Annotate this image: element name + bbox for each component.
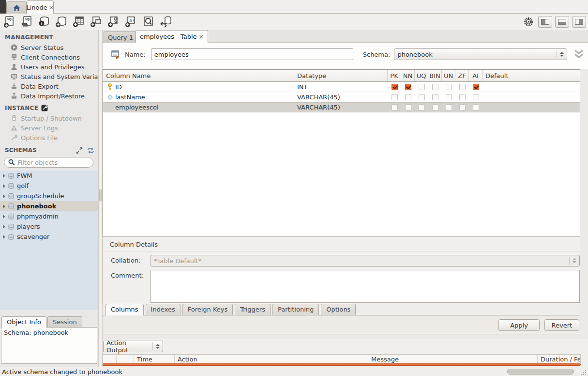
sidebar-item-data-export[interactable]: Data Export: [0, 81, 98, 91]
schema-item-groupschedule[interactable]: groupSchedule: [0, 191, 98, 201]
zf-checkbox[interactable]: [459, 94, 466, 100]
schema-filter-input[interactable]: [17, 159, 85, 166]
expander-icon[interactable]: [3, 225, 5, 229]
nn-checkbox[interactable]: [405, 94, 411, 100]
schema-select[interactable]: phonebook: [394, 48, 567, 60]
resize-grip[interactable]: [581, 370, 587, 376]
sidebar-item-server-status[interactable]: Server Status: [0, 43, 98, 52]
zf-checkbox[interactable]: [459, 104, 466, 110]
collapse-header-chevrons-icon[interactable]: [573, 49, 585, 59]
schema-item-golf[interactable]: golf: [0, 181, 98, 191]
sidebar-item-server-logs[interactable]: Server Logs: [0, 123, 98, 133]
col-header-uq[interactable]: UQ: [415, 70, 428, 81]
output-col-message[interactable]: Message: [368, 355, 538, 363]
output-col-status[interactable]: [103, 355, 117, 363]
pk-checkbox[interactable]: [392, 94, 398, 100]
output-horizontal-scrollbar[interactable]: [103, 363, 581, 366]
toggle-left-sidebar-button[interactable]: [538, 16, 552, 28]
column-row-lastname[interactable]: lastName VARCHAR(45): [103, 92, 580, 102]
tab-columns[interactable]: Columns: [106, 304, 144, 315]
sidebar-item-options-file[interactable]: Options File: [0, 133, 98, 142]
tab-triggers[interactable]: Triggers: [235, 304, 271, 315]
open-sql-script-icon[interactable]: SQL: [20, 15, 33, 29]
connection-tab-close-icon[interactable]: ×: [49, 4, 54, 11]
expander-icon[interactable]: [3, 184, 5, 188]
ai-checkbox[interactable]: [473, 94, 479, 100]
col-header-pk[interactable]: PK: [388, 70, 401, 81]
col-header-default[interactable]: Default: [482, 70, 580, 81]
collation-select[interactable]: *Table Default*: [151, 255, 580, 266]
tab-object-info[interactable]: Object Info: [1, 316, 46, 328]
pk-checkbox[interactable]: [392, 84, 398, 90]
schema-item-players[interactable]: players: [0, 221, 98, 232]
create-schema-icon[interactable]: [55, 15, 68, 29]
schema-filter-box[interactable]: [4, 157, 93, 168]
bin-checkbox[interactable]: [432, 94, 438, 100]
nn-checkbox[interactable]: [405, 84, 411, 90]
output-col-index[interactable]: [117, 355, 134, 363]
bin-checkbox[interactable]: [432, 84, 438, 90]
col-header-nn[interactable]: NN: [401, 70, 415, 81]
output-col-duration[interactable]: Duration / Fetch: [538, 355, 580, 363]
sidebar-scrollbar[interactable]: [98, 30, 103, 367]
expander-icon[interactable]: [3, 174, 5, 178]
create-function-icon[interactable]: f(): [124, 15, 138, 29]
bin-checkbox[interactable]: [432, 104, 438, 110]
schema-item-scavenger[interactable]: scavenger: [0, 232, 98, 242]
expander-icon[interactable]: [3, 235, 5, 239]
tab-indexes[interactable]: Indexes: [146, 304, 181, 315]
reconnect-server-icon[interactable]: [159, 15, 173, 29]
col-header-ai[interactable]: AI: [469, 70, 482, 81]
expand-schemas-icon[interactable]: [76, 147, 83, 154]
sidebar-item-data-import[interactable]: Data Import/Restore: [0, 91, 98, 101]
zf-checkbox[interactable]: [459, 84, 466, 90]
toggle-right-sidebar-button[interactable]: [572, 16, 586, 28]
expander-icon[interactable]: [3, 204, 5, 208]
expander-icon[interactable]: [3, 194, 5, 198]
expander-icon[interactable]: [3, 215, 5, 219]
col-header-zf[interactable]: ZF: [455, 70, 469, 81]
schema-inspector-icon[interactable]: i: [37, 15, 51, 29]
sidebar-item-users-privileges[interactable]: Users and Privileges: [0, 62, 98, 72]
sidebar-item-status-system-variables[interactable]: Status and System Variables: [0, 72, 98, 81]
tab-options[interactable]: Options: [321, 304, 356, 315]
col-header-datatype[interactable]: Datatype: [294, 70, 388, 81]
tab-foreign-keys[interactable]: Foreign Keys: [182, 304, 233, 315]
schema-item-phpmyadmin[interactable]: phpmyadmin: [0, 211, 98, 221]
pk-checkbox[interactable]: [392, 104, 398, 110]
uq-checkbox[interactable]: [419, 94, 425, 100]
col-header-bin[interactable]: BIN: [428, 70, 442, 81]
output-selector[interactable]: Action Output: [103, 341, 163, 352]
un-checkbox[interactable]: [446, 104, 452, 110]
search-objects-icon[interactable]: [142, 15, 155, 29]
output-col-action[interactable]: Action: [175, 355, 368, 363]
table-name-input[interactable]: [151, 48, 353, 60]
create-procedure-icon[interactable]: [107, 15, 121, 29]
status-scrollbar-thumb[interactable]: [507, 369, 574, 375]
uq-checkbox[interactable]: [419, 84, 425, 90]
nn-checkbox[interactable]: [405, 104, 411, 110]
tab-employees-table[interactable]: employees - Table ×: [136, 30, 208, 43]
revert-button[interactable]: Revert: [544, 319, 579, 331]
schema-item-phonebook[interactable]: phonebook: [0, 201, 98, 211]
comment-textarea[interactable]: [151, 270, 580, 303]
ai-checkbox[interactable]: [473, 84, 479, 90]
connection-tab[interactable]: Linode ×: [27, 0, 54, 14]
table-tab-close-icon[interactable]: ×: [199, 33, 204, 40]
home-tab[interactable]: [6, 1, 27, 14]
un-checkbox[interactable]: [446, 84, 452, 90]
sidebar-scrollbar-thumb[interactable]: [99, 189, 102, 202]
output-col-time[interactable]: Time: [134, 355, 175, 363]
refresh-schemas-icon[interactable]: [87, 147, 94, 154]
column-row-employeescol[interactable]: employeescol VARCHAR(45): [103, 102, 580, 112]
new-sql-file-icon[interactable]: SQL: [2, 15, 16, 29]
sidebar-item-client-connections[interactable]: Client Connections: [0, 52, 98, 62]
sidebar-item-startup-shutdown[interactable]: Startup / Shutdown: [0, 113, 98, 123]
col-header-column-name[interactable]: Column Name: [103, 70, 294, 81]
schema-item-fwm[interactable]: FWM: [0, 171, 98, 181]
tab-session[interactable]: Session: [47, 316, 82, 328]
create-table-icon[interactable]: [72, 15, 86, 29]
column-row-id[interactable]: ID INT: [103, 82, 580, 92]
un-checkbox[interactable]: [446, 94, 452, 100]
uq-checkbox[interactable]: [419, 104, 425, 110]
